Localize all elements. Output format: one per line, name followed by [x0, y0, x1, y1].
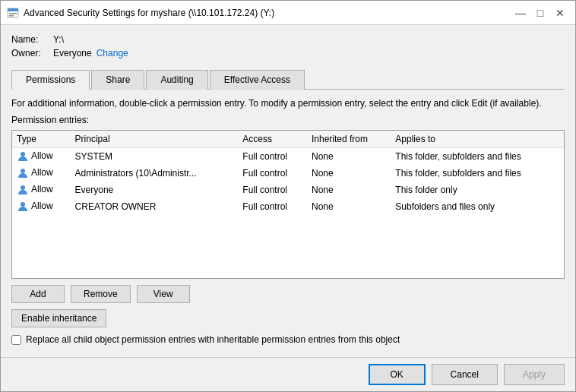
- cell-type: Allow: [12, 165, 71, 182]
- cell-applies-to: Subfolders and files only: [391, 198, 564, 215]
- svg-rect-3: [9, 15, 14, 17]
- footer: OK Cancel Apply: [1, 357, 575, 391]
- svg-point-5: [21, 169, 25, 173]
- svg-rect-2: [9, 13, 17, 14]
- close-button[interactable]: ✕: [551, 4, 569, 22]
- cell-principal: Everyone: [71, 182, 239, 198]
- permission-table-container: Type Principal Access Inherited from App…: [11, 130, 565, 279]
- name-row: Name: Y:\: [11, 34, 565, 45]
- cell-access: Full control: [238, 182, 307, 198]
- tab-permissions[interactable]: Permissions: [11, 70, 90, 90]
- title-bar: Advanced Security Settings for myshare (…: [1, 1, 575, 25]
- owner-label: Owner:: [11, 48, 53, 58]
- name-label: Name:: [11, 34, 53, 45]
- window: Advanced Security Settings for myshare (…: [0, 0, 576, 392]
- col-type: Type: [12, 131, 71, 148]
- change-owner-link[interactable]: Change: [97, 48, 128, 58]
- window-icon: [7, 7, 19, 19]
- maximize-button[interactable]: □: [531, 4, 549, 22]
- cell-inherited-from: None: [307, 182, 391, 198]
- cell-access: Full control: [238, 165, 307, 182]
- user-icon: [17, 201, 31, 211]
- cell-type: Allow: [12, 198, 71, 215]
- table-row[interactable]: AllowCREATOR OWNERFull controlNoneSubfol…: [12, 198, 564, 215]
- action-buttons: Add Remove View: [11, 285, 565, 303]
- col-applies: Applies to: [391, 131, 564, 148]
- user-icon: [17, 150, 31, 161]
- add-button[interactable]: Add: [11, 285, 65, 303]
- bottom-section: Add Remove View Enable inheritance Repla…: [11, 285, 565, 351]
- window-title: Advanced Security Settings for myshare (…: [24, 8, 511, 18]
- description-text: For additional information, double-click…: [11, 97, 565, 110]
- cell-type: Allow: [12, 182, 71, 198]
- tab-effective-access[interactable]: Effective Access: [210, 70, 305, 90]
- owner-row: Owner: Everyone Change: [11, 48, 565, 58]
- minimize-button[interactable]: —: [511, 4, 530, 22]
- col-access: Access: [238, 131, 307, 148]
- user-icon: [17, 184, 31, 194]
- replace-checkbox-label[interactable]: Replace all child object permission entr…: [26, 334, 400, 346]
- remove-button[interactable]: Remove: [71, 285, 131, 303]
- title-bar-controls: — □ ✕: [511, 4, 569, 22]
- col-inherited: Inherited from: [307, 131, 391, 148]
- col-principal: Principal: [71, 131, 239, 148]
- cell-applies-to: This folder only: [391, 182, 564, 198]
- svg-rect-1: [8, 8, 18, 11]
- cell-principal: CREATOR OWNER: [71, 198, 239, 215]
- cell-applies-to: This folder, subfolders and files: [391, 165, 564, 182]
- cell-applies-to: This folder, subfolders and files: [391, 147, 564, 165]
- tab-auditing[interactable]: Auditing: [146, 70, 207, 90]
- apply-button[interactable]: Apply: [504, 364, 565, 385]
- content-area: Name: Y:\ Owner: Everyone Change Permiss…: [1, 25, 575, 357]
- name-value: Y:\: [53, 34, 64, 45]
- cell-inherited-from: None: [307, 165, 391, 182]
- tab-share[interactable]: Share: [91, 70, 144, 90]
- table-row[interactable]: AllowAdministrators (10\Administr...Full…: [12, 165, 564, 182]
- replace-checkbox[interactable]: [11, 335, 21, 345]
- view-button[interactable]: View: [137, 285, 190, 303]
- table-row[interactable]: AllowEveryoneFull controlNoneThis folder…: [12, 182, 564, 198]
- owner-value: Everyone: [53, 48, 92, 58]
- cancel-button[interactable]: Cancel: [432, 364, 498, 385]
- cell-principal: Administrators (10\Administr...: [71, 165, 239, 182]
- cell-inherited-from: None: [307, 147, 391, 165]
- user-icon: [17, 167, 31, 178]
- svg-point-6: [21, 185, 25, 190]
- svg-point-7: [21, 202, 25, 207]
- cell-access: Full control: [238, 147, 307, 165]
- tab-bar: Permissions Share Auditing Effective Acc…: [11, 69, 565, 90]
- cell-access: Full control: [238, 198, 307, 215]
- ok-button[interactable]: OK: [369, 364, 426, 385]
- cell-inherited-from: None: [307, 198, 391, 215]
- enable-inheritance-button[interactable]: Enable inheritance: [11, 309, 106, 327]
- cell-type: Allow: [12, 147, 71, 165]
- replace-checkbox-row: Replace all child object permission entr…: [11, 334, 565, 346]
- table-row[interactable]: AllowSYSTEMFull controlNoneThis folder, …: [12, 147, 564, 165]
- cell-principal: SYSTEM: [71, 147, 239, 165]
- svg-point-4: [21, 152, 25, 156]
- section-label: Permission entries:: [11, 115, 565, 125]
- permission-table: Type Principal Access Inherited from App…: [12, 131, 564, 215]
